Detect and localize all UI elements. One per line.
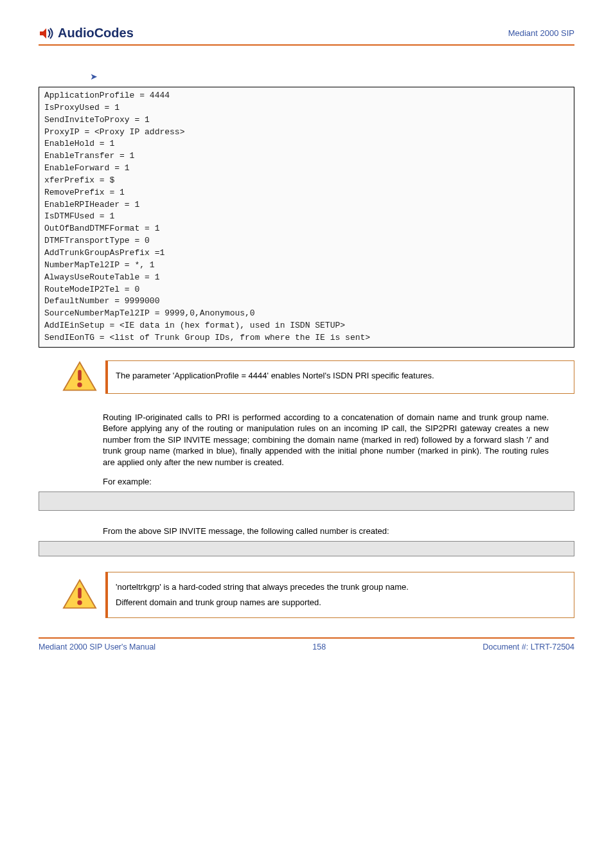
svg-rect-1 xyxy=(78,370,82,381)
ini-parameters-code-block: ApplicationProfile = 4444 IsProxyUsed = … xyxy=(39,87,574,348)
note-norteltrkgrp: 'norteltrkgrp' is a hard-coded string th… xyxy=(62,572,574,617)
note-text: 'norteltrkgrp' is a hard-coded string th… xyxy=(105,572,574,617)
page-header: AudioCodes Mediant 2000 SIP xyxy=(39,26,574,46)
warning-icon xyxy=(62,360,98,394)
footer-left: Mediant 2000 SIP User's Manual xyxy=(39,642,155,651)
pre-code-arrow: ➤ xyxy=(90,71,574,82)
brand-logo: AudioCodes xyxy=(39,26,134,40)
page-footer: Mediant 2000 SIP User's Manual 158 Docum… xyxy=(39,637,574,651)
note-application-profile: The parameter 'ApplicationProfile = 4444… xyxy=(62,360,574,394)
header-product: Mediant 2000 SIP xyxy=(508,28,574,38)
footer-page-number: 158 xyxy=(312,642,326,651)
note2-line1: 'norteltrkgrp' is a hard-coded string th… xyxy=(116,581,566,593)
speaker-icon xyxy=(39,26,55,40)
svg-point-5 xyxy=(77,600,82,605)
example-label: For example: xyxy=(103,477,549,486)
note2-line2: Different domain and trunk group names a… xyxy=(116,597,566,608)
footer-right: Document #: LTRT-72504 xyxy=(483,642,574,651)
note-text: The parameter 'ApplicationProfile = 4444… xyxy=(105,360,574,394)
routing-paragraph: Routing IP-originated calls to PRI is pe… xyxy=(103,412,549,468)
svg-point-2 xyxy=(77,382,82,387)
brand-text: AudioCodes xyxy=(58,26,134,40)
sip-invite-example-box xyxy=(39,492,574,511)
svg-rect-4 xyxy=(78,588,82,599)
called-number-example-box xyxy=(39,541,574,556)
warning-icon xyxy=(62,578,98,612)
right-chevron-icon: ➤ xyxy=(90,71,98,82)
followup-text: From the above SIP INVITE message, the f… xyxy=(103,526,549,536)
